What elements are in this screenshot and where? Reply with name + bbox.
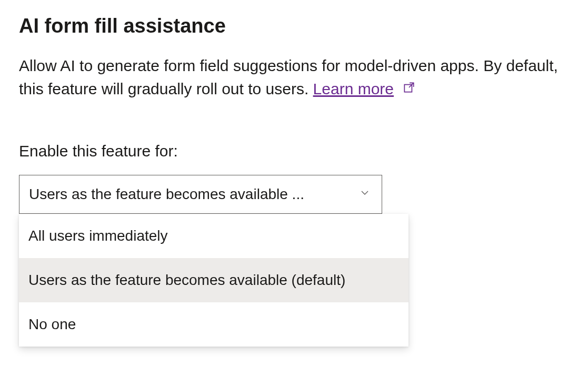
description-text: Allow AI to generate form field suggesti… [19, 57, 558, 97]
enable-feature-dropdown: Users as the feature becomes available .… [19, 175, 408, 347]
enable-feature-label: Enable this feature for: [19, 142, 569, 160]
section-title: AI form fill assistance [19, 15, 569, 37]
dropdown-toggle[interactable]: Users as the feature becomes available .… [19, 175, 382, 214]
section-description: Allow AI to generate form field suggesti… [19, 54, 569, 100]
external-link-icon [402, 77, 416, 101]
dropdown-listbox: All users immediately Users as the featu… [19, 214, 408, 347]
dropdown-option-no-one[interactable]: No one [19, 302, 408, 347]
dropdown-option-default[interactable]: Users as the feature becomes available (… [19, 258, 408, 302]
dropdown-option-all-users[interactable]: All users immediately [19, 214, 408, 258]
dropdown-selected-text: Users as the feature becomes available .… [29, 186, 310, 203]
learn-more-link[interactable]: Learn more [313, 80, 394, 97]
chevron-down-icon [358, 186, 371, 203]
